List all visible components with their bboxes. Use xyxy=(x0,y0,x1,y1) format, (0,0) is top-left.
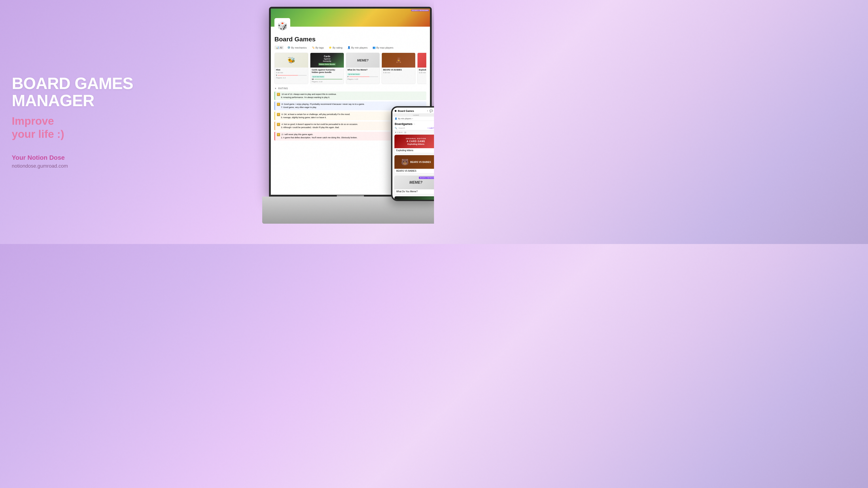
rating-text-8: 8: Good game. I enjoy playing. I'll prob… xyxy=(282,103,365,105)
filter-mechanics[interactable]: ⚙️ By mechanics xyxy=(286,46,308,50)
hive-info: Hive 5-30 min 7 Players: 2-2 xyxy=(275,68,308,80)
filter-max-players[interactable]: 👥 By max players xyxy=(371,46,395,50)
all-icon: 📊 xyxy=(276,46,279,49)
recently-refreshed-badge: RECENTLY REFRESHED xyxy=(419,177,434,179)
cah-image: Cards Against Humanity Hidden Gems Bundl… xyxy=(310,53,344,68)
bears-time: 5-30 min xyxy=(383,72,414,74)
phone-exploding-image: ORIGINAL EDITION A CARD GAME Exploding k… xyxy=(395,135,434,148)
comment-icon[interactable]: 💬 xyxy=(430,109,433,112)
filter-tags-label: By tags xyxy=(315,46,324,49)
phone-search-row: 🔍 Search + Add filter xyxy=(393,126,434,130)
game-card-exploding[interactable]: 💥🐱 Exploding kittens 5-30 min xyxy=(417,53,426,84)
bears-info: BEARS VS BABIES 5-30 min xyxy=(382,68,415,75)
filter-all-label: All xyxy=(280,46,282,49)
page-header-image: 🎲 xyxy=(271,8,430,27)
phone-card-meme[interactable]: MEME? RECENTLY REFRESHED What Do You Mem… xyxy=(394,175,434,194)
phone-locked-badge: Locked xyxy=(393,113,434,117)
game-card-hive[interactable]: 🐝 Hive 5-30 min 7 Players: 2-2 xyxy=(274,53,308,84)
brand-url: notiondose.gumroad.com xyxy=(12,163,133,169)
hive-image: 🐝 xyxy=(275,53,308,68)
hive-rating: 7 xyxy=(276,74,307,76)
subtitle-line1: Improve xyxy=(12,115,54,127)
chevron-icon: › xyxy=(412,118,413,120)
phone-card-hidden[interactable]: Hidden xyxy=(394,196,434,200)
collapse-icon[interactable]: ▼ xyxy=(274,87,277,90)
rating-text-4: 4: Not so good; it doesn't appeal to me … xyxy=(282,123,358,126)
main-title-line1: BOARD GAMES xyxy=(12,74,133,92)
filter-min-players-label: By min players xyxy=(351,46,368,49)
game-card-cah[interactable]: Cards Against Humanity Hidden Gems Bundl… xyxy=(310,53,344,84)
phone-title-row: Board Games xyxy=(395,109,414,112)
subtitle: Improve your life :) xyxy=(12,115,133,140)
phone-count-row: ▼ 1 to 4 5 xyxy=(393,130,434,134)
cah-info: Cards against humanity: hidden gems bund… xyxy=(310,68,344,84)
mechanics-icon: ⚙️ xyxy=(287,46,290,49)
game-cards-row: 🐝 Hive 5-30 min 7 Players: 2-2 xyxy=(274,53,426,84)
exploding-name: Exploding kittens xyxy=(419,69,426,71)
page-icon-emoji: 🎲 xyxy=(277,21,287,31)
rating-icon-2: 💛 xyxy=(277,133,280,136)
rating-icon: ⭐ xyxy=(329,46,332,49)
rating-section-title: RATING xyxy=(278,87,288,90)
bears-name: BEARS VS BABIES xyxy=(383,69,414,71)
section-dots: ··· xyxy=(413,123,415,125)
game-card-bears[interactable]: 🧸 BEARS VS BABIES 5-30 min xyxy=(381,53,415,84)
phone-meme-image: MEME? RECENTLY REFRESHED xyxy=(395,176,434,189)
hive-rating-bar xyxy=(278,75,307,76)
cah-players: Players: 2-10 xyxy=(312,80,342,83)
meme-info: What Do You Meme? Up to two hours 7 Play… xyxy=(346,68,379,81)
bears-image: 🧸 xyxy=(382,53,415,68)
collapse-icon-phone[interactable]: ▼ xyxy=(395,131,397,133)
rating-text-9: 9: Amazing performance. I'm always wanti… xyxy=(277,96,330,98)
laptop: 🎲 Board Games 📊 All ⚙️ By mechanics xyxy=(262,7,434,224)
phone-search-placeholder[interactable]: Search xyxy=(399,127,405,129)
phone-notion-icon xyxy=(395,110,397,112)
exploding-info: Exploding kittens 5-30 min xyxy=(417,68,426,75)
count-label: 1 to 4 xyxy=(397,131,402,133)
filter-all[interactable]: 📊 All xyxy=(274,46,284,50)
person-icon: 👤 xyxy=(395,118,397,120)
hive-players: Players: 2-2 xyxy=(276,77,307,79)
cah-rating: 10 xyxy=(312,78,342,80)
meme-badge: Up to two hours xyxy=(347,73,360,75)
phone-filter-label: By min players xyxy=(398,118,411,120)
rating-text-7: 7: Good game, very often eager to play. xyxy=(277,106,317,108)
phone-filter-bar[interactable]: 👤 By min players › xyxy=(393,117,434,121)
filter-tags[interactable]: 🏷️ By tags xyxy=(310,46,325,50)
rating-text-6: 6: OK; at least a certain fun or challen… xyxy=(282,113,350,116)
exploding-image: 💥🐱 xyxy=(417,53,426,68)
exploding-time: 5-30 min xyxy=(419,72,426,74)
rating-text-10: 10 out of 10. Always want to play and ex… xyxy=(282,93,337,95)
rating-block-10: 💛 10 out of 10. Always want to play and … xyxy=(274,92,426,100)
min-players-icon: 👤 xyxy=(347,46,350,49)
phone-title: Board Games xyxy=(398,109,414,112)
phone-exploding-name: Exploding kittens xyxy=(395,148,434,153)
phone-section-title: Boardgames ··· xyxy=(393,121,434,126)
filter-bar: 📊 All ⚙️ By mechanics 🏷️ By tags ⭐ By ra… xyxy=(274,46,426,50)
rating-text-5: 5: Average, slightly boring game; take i… xyxy=(277,116,327,119)
share-icon[interactable]: ↑ xyxy=(427,109,428,112)
add-filter-button[interactable]: + Add filter xyxy=(428,127,434,129)
filter-max-players-label: By max players xyxy=(376,46,393,49)
hive-name: Hive xyxy=(276,69,307,71)
phone-card-exploding[interactable]: ORIGINAL EDITION A CARD GAME Exploding k… xyxy=(394,134,434,153)
game-card-meme[interactable]: MEME? RECENTLY REFRESHING What Do You Me… xyxy=(346,53,380,84)
filter-rating[interactable]: ⭐ By rating xyxy=(327,46,344,50)
rating-header: ▼ RATING xyxy=(274,87,426,90)
rating-icon-4: 💛 xyxy=(277,123,280,126)
filter-rating-label: By rating xyxy=(333,46,342,49)
phone-top-bar: Board Games ↑ 💬 ••• xyxy=(393,107,434,113)
phone: Board Games ↑ 💬 ••• Locked 👤 By min play… xyxy=(391,106,434,201)
cah-rating-bar xyxy=(314,79,342,79)
phone-card-bears[interactable]: 🐻 BEARS VS BABIES BEARS VS BABIES xyxy=(394,155,434,174)
meme-players: Players: 3-20 xyxy=(347,78,378,80)
main-title-line2: MANAGER xyxy=(12,91,94,109)
rating-text-2: 2: I will never play this game again. xyxy=(282,133,313,135)
filter-min-players[interactable]: 👤 By min players xyxy=(346,46,369,50)
phone-icons-row: ↑ 💬 ••• xyxy=(427,109,434,112)
count-number: 5 xyxy=(404,131,406,133)
page-title: Board Games xyxy=(274,36,426,43)
bears-name-text: BEARS VS BABIES xyxy=(396,170,416,172)
meme-name: What Do You Meme? xyxy=(347,69,378,71)
phone-hidden-image: Hidden xyxy=(395,196,434,200)
